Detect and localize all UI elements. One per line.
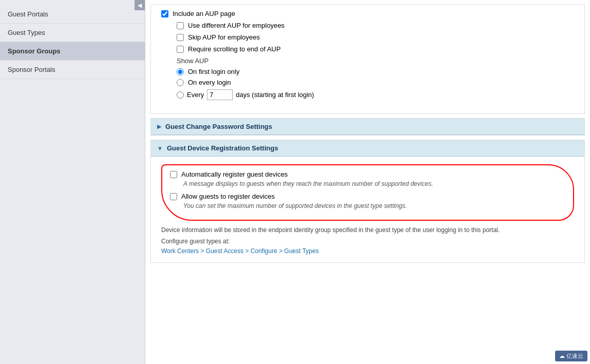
auto-register-hint: A message displays to guests when they r… xyxy=(170,180,565,187)
include-aup-label: Include an AUP page xyxy=(173,10,235,17)
every-days-suffix: days (starting at first login) xyxy=(236,91,314,99)
guest-device-registration-panel: ▼ Guest Device Registration Settings Aut… xyxy=(150,140,585,263)
aup-section: Include an AUP page Use different AUP fo… xyxy=(150,4,585,114)
first-login-label: On first login only xyxy=(188,68,239,75)
sidebar-item-guest-types[interactable]: Guest Types xyxy=(0,24,145,42)
allow-register-label: Allow guests to register devices xyxy=(181,193,275,200)
show-aup-label: Show AUP xyxy=(161,57,574,65)
first-login-radio[interactable] xyxy=(177,68,184,75)
skip-aup-checkbox[interactable] xyxy=(177,34,184,41)
sidebar-item-label: Guest Portals xyxy=(8,10,48,18)
expand-arrow-icon: ▶ xyxy=(157,123,161,130)
use-diff-aup-checkbox[interactable] xyxy=(177,22,184,29)
device-registration-highlight: Automatically register guest devices A m… xyxy=(161,164,574,221)
sidebar-item-guest-portals[interactable]: Guest Portals xyxy=(0,5,145,24)
allow-register-row: Allow guests to register devices xyxy=(170,193,565,200)
auto-register-row: Automatically register guest devices xyxy=(170,170,565,178)
guest-device-registration-title: Guest Device Registration Settings xyxy=(167,144,278,152)
watermark-badge: ☁ 亿速云 xyxy=(555,351,587,361)
guest-device-registration-header[interactable]: ▼ Guest Device Registration Settings xyxy=(151,140,584,157)
guest-change-password-header[interactable]: ▶ Guest Change Password Settings xyxy=(151,119,584,135)
sidebar-item-sponsor-groups[interactable]: Sponsor Groups xyxy=(0,42,145,61)
configure-link[interactable]: Work Centers > Guest Access > Configure … xyxy=(161,247,319,255)
sidebar: ◀ Guest Portals Guest Types Sponsor Grou… xyxy=(0,0,145,364)
auto-register-checkbox[interactable] xyxy=(170,171,177,178)
sidebar-item-label: Sponsor Portals xyxy=(8,66,55,73)
sidebar-item-label: Sponsor Groups xyxy=(8,47,61,55)
main-content: Include an AUP page Use different AUP fo… xyxy=(145,0,590,364)
allow-register-hint: You can set the maximum number of suppor… xyxy=(170,202,565,209)
use-diff-aup-row: Use different AUP for employees xyxy=(161,22,574,29)
include-aup-row: Include an AUP page xyxy=(161,10,574,17)
watermark-text: 亿速云 xyxy=(566,353,583,359)
device-info-text: Device information will be stored in the… xyxy=(161,226,574,235)
every-days-radio[interactable] xyxy=(177,91,184,99)
auto-register-label: Automatically register guest devices xyxy=(181,170,288,178)
allow-register-checkbox[interactable] xyxy=(170,193,177,200)
every-login-row: On every login xyxy=(161,79,574,86)
collapse-arrow-icon: ▼ xyxy=(157,145,163,151)
every-label: Every xyxy=(187,91,204,99)
guest-device-registration-body: Automatically register guest devices A m… xyxy=(151,157,584,262)
guest-change-password-panel: ▶ Guest Change Password Settings xyxy=(150,118,585,136)
skip-aup-label: Skip AUP for employees xyxy=(188,33,260,41)
every-days-input[interactable] xyxy=(207,89,233,100)
sidebar-item-label: Guest Types xyxy=(8,29,45,36)
auto-register-item: Automatically register guest devices A m… xyxy=(170,170,565,187)
sidebar-item-sponsor-portals[interactable]: Sponsor Portals xyxy=(0,61,145,79)
every-days-row: Every days (starting at first login) xyxy=(161,89,574,100)
include-aup-checkbox[interactable] xyxy=(161,10,168,17)
every-login-radio[interactable] xyxy=(177,79,184,86)
configure-label: Configure guest types at: xyxy=(161,238,574,245)
chevron-left-icon: ◀ xyxy=(138,2,142,9)
require-scroll-row: Require scrolling to end of AUP xyxy=(161,45,574,53)
allow-register-item: Allow guests to register devices You can… xyxy=(170,193,565,209)
every-login-label: On every login xyxy=(188,79,231,86)
sidebar-toggle-button[interactable]: ◀ xyxy=(135,0,145,10)
watermark-icon: ☁ xyxy=(559,353,565,359)
require-scroll-checkbox[interactable] xyxy=(177,46,184,53)
require-scroll-label: Require scrolling to end of AUP xyxy=(188,45,281,53)
skip-aup-row: Skip AUP for employees xyxy=(161,33,574,41)
sidebar-nav: Guest Portals Guest Types Sponsor Groups… xyxy=(0,0,145,79)
use-diff-aup-label: Use different AUP for employees xyxy=(188,22,284,29)
guest-change-password-title: Guest Change Password Settings xyxy=(165,123,272,130)
first-login-row: On first login only xyxy=(161,68,574,75)
